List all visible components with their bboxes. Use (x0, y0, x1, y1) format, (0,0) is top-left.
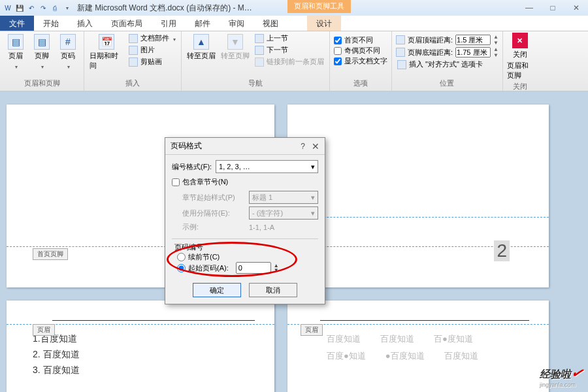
odd-even-different[interactable]: 奇偶页不同 (334, 46, 387, 56)
header-top-distance: 页眉顶端距离:▲▼ (396, 34, 498, 46)
picture-icon (129, 46, 138, 55)
redo-icon[interactable]: ↷ (38, 3, 48, 13)
maximize-button[interactable]: □ (544, 3, 562, 12)
tab-layout[interactable]: 页面布局 (102, 16, 152, 31)
watermark: 经验啦✓ jingyanla.com (540, 365, 583, 388)
first-page-checkbox[interactable] (334, 37, 342, 44)
group-label-insert: 插入 (88, 77, 177, 90)
insert-align-tab-button[interactable]: 插入 "对齐方式" 选项卡 (396, 59, 498, 70)
title-bar: W 💾 ↶ ↷ ⎙ 新建 Microsoft Word 文档.docx (自动保… (0, 0, 588, 16)
group-header-footer: ▤页眉 ▤页脚 #页码 页眉和页脚 (0, 31, 84, 91)
minimize-button[interactable]: — (520, 3, 538, 12)
separator-label: 使用分隔符(E): (182, 208, 245, 218)
tab-mailings[interactable]: 邮件 (186, 16, 220, 31)
footer-button[interactable]: ▤页脚 (30, 33, 54, 71)
close-icon: ✕ (512, 33, 528, 48)
datetime-button[interactable]: 📅日期和时间 (88, 33, 125, 72)
cancel-button[interactable]: 取消 (249, 283, 297, 297)
tab-insert[interactable]: 插入 (68, 16, 102, 31)
group-position: 页眉顶端距离:▲▼ 页脚底端距离:▲▼ 插入 "对齐方式" 选项卡 位置 (392, 31, 503, 91)
undo-icon[interactable]: ↶ (26, 3, 37, 13)
start-at-label: 起始页码(A): (188, 263, 229, 273)
qat-more-icon[interactable] (61, 3, 72, 13)
group-navigation: ▲转至页眉 ▼转至页脚 上一节 下一节 链接到前一条页眉 导航 (182, 31, 330, 91)
save-icon[interactable]: 💾 (14, 3, 25, 13)
p3-line3: 3. 百度知道 (33, 365, 255, 376)
close-label: 关闭 (513, 50, 527, 59)
group-label-position: 位置 (396, 77, 498, 90)
chapter-style-value: 标题 1 (252, 193, 272, 203)
contextual-tab-label: 页眉和页脚工具 (287, 0, 351, 13)
dialog-help-button[interactable]: ? (301, 142, 305, 151)
botdist-input[interactable] (455, 47, 491, 57)
align-label: 插入 "对齐方式" 选项卡 (409, 59, 483, 69)
first-page-footer-tag: 首页页脚 (33, 248, 68, 260)
link-previous-button: 链接到前一条页眉 (253, 56, 325, 67)
parts-label: 文档部件 (140, 33, 169, 43)
separator-value: - (连字符) (252, 208, 283, 218)
tab-review[interactable]: 审阅 (220, 16, 253, 31)
dialog-titlebar: 页码格式 ? ✕ (165, 138, 325, 155)
show-text-checkbox[interactable] (334, 57, 342, 65)
number-format-value: 1, 2, 3, … (219, 163, 250, 171)
goto-footer-label: 转至页脚 (221, 51, 250, 61)
tab-view[interactable]: 视图 (253, 16, 287, 31)
pagenumber-button[interactable]: #页码 (56, 33, 80, 71)
header-tag-p3: 页眉 (33, 324, 55, 336)
include-chapter-label: 包含章节号(N) (182, 177, 228, 187)
number-format-label: 编号格式(F): (172, 162, 212, 172)
first-page-different[interactable]: 首页不同 (334, 35, 387, 45)
close-sublabel: 页眉和页脚 (507, 61, 533, 80)
group-close: ✕ 关闭 页眉和页脚 关闭 (503, 31, 537, 91)
pagenum-label: 页码 (61, 51, 75, 61)
tab-references[interactable]: 引用 (152, 16, 186, 31)
continue-previous-radio-row[interactable]: 续前节(C) (177, 252, 318, 262)
start-at-radio[interactable] (177, 264, 186, 272)
page-number-field[interactable]: 2 (494, 240, 510, 261)
topdist-input[interactable] (455, 35, 491, 45)
prev-icon (255, 34, 264, 43)
ok-button[interactable]: 确定 (193, 283, 241, 297)
continue-radio[interactable] (177, 253, 186, 261)
close-hf-button[interactable]: ✕ 关闭 页眉和页脚 (507, 33, 533, 80)
ruler-bot-icon (396, 48, 405, 57)
number-format-combo[interactable]: 1, 2, 3, …▾ (216, 160, 318, 173)
align-icon (397, 60, 406, 69)
header-button[interactable]: ▤页眉 (4, 33, 27, 71)
odd-even-checkbox[interactable] (334, 47, 342, 55)
close-window-button[interactable]: ✕ (567, 3, 585, 12)
tab-home[interactable]: 开始 (34, 16, 68, 31)
print-icon[interactable]: ⎙ (50, 3, 60, 13)
example-value: 1-1, 1-A (249, 223, 274, 231)
chapter-style-label: 章节起始样式(P) (182, 193, 245, 203)
tab-design[interactable]: 设计 (307, 16, 341, 31)
goto-footer-button: ▼转至页脚 (220, 33, 251, 62)
parts-icon (129, 34, 138, 43)
include-chapter-checkbox-row[interactable]: 包含章节号(N) (172, 177, 318, 187)
group-label-hf: 页眉和页脚 (4, 77, 80, 90)
prev-label: 上一节 (267, 33, 288, 43)
p3-line1: 1.百度知道 (33, 333, 255, 345)
word-icon: W (3, 3, 13, 13)
footer-label: 页脚 (35, 51, 49, 61)
start-at-radio-row[interactable]: 起始页码(A): ▲▼ (177, 262, 318, 274)
picture-button[interactable]: 图片 (127, 44, 177, 56)
watermark-text: 经验啦 (540, 368, 571, 380)
p4-r2c1: 百度●知道 (327, 350, 366, 362)
p4-r2c2: ●百度知道 (385, 350, 425, 362)
page-2: 2 (287, 105, 549, 287)
next-section-button[interactable]: 下一节 (253, 44, 325, 56)
quickparts-button[interactable]: 文档部件 (127, 33, 177, 44)
include-chapter-checkbox[interactable] (172, 178, 180, 186)
clipart-button[interactable]: 剪贴画 (127, 56, 177, 67)
start-at-input[interactable] (236, 262, 271, 274)
header-icon: ▤ (8, 34, 24, 50)
tab-file[interactable]: 文件 (0, 16, 34, 31)
show-document-text[interactable]: 显示文档文字 (334, 56, 387, 66)
goto-header-button[interactable]: ▲转至页眉 (186, 33, 217, 62)
prev-section-button[interactable]: 上一节 (253, 33, 325, 44)
chevron-down-icon: ▾ (311, 209, 315, 218)
clipart-label: 剪贴画 (140, 57, 162, 67)
dialog-close-button[interactable]: ✕ (312, 141, 319, 152)
picture-label: 图片 (140, 45, 155, 55)
